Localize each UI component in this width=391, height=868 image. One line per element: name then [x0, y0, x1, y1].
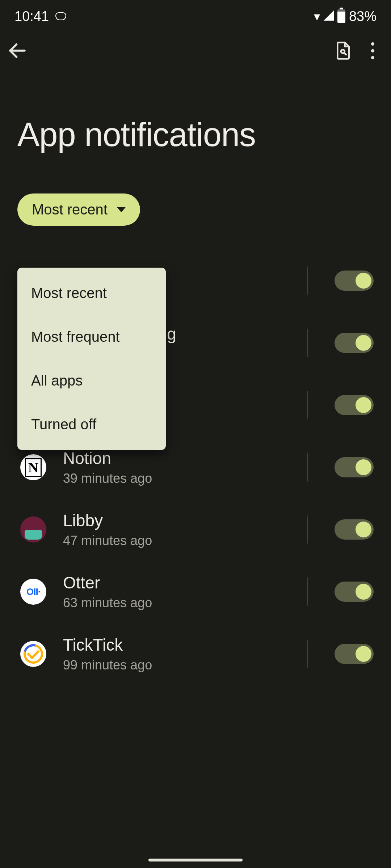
list-item[interactable]: Libby 47 minutes ago	[0, 498, 391, 561]
app-icon-libby	[20, 516, 46, 542]
app-icon-ticktick	[20, 641, 46, 667]
chevron-down-icon	[117, 207, 126, 212]
filter-option-turned-off[interactable]: Turned off	[17, 403, 166, 446]
search-in-page-button[interactable]	[333, 41, 353, 60]
notification-toggle[interactable]	[335, 271, 374, 291]
toolbar	[0, 33, 391, 69]
battery-icon	[337, 9, 345, 23]
divider	[307, 453, 308, 481]
app-name-label: Notion	[63, 448, 290, 468]
status-time: 10:41	[14, 9, 49, 24]
notification-toggle[interactable]	[335, 519, 374, 540]
cast-icon	[55, 12, 66, 20]
app-name-label: Otter	[63, 573, 290, 592]
divider	[307, 640, 308, 668]
notification-toggle[interactable]	[335, 582, 374, 602]
app-icon-notion: N	[20, 454, 46, 480]
app-name-label: Libby	[63, 511, 290, 530]
notification-toggle[interactable]	[335, 457, 374, 477]
divider	[307, 515, 308, 544]
wifi-icon: ▾	[314, 10, 320, 22]
app-time-label: 39 minutes ago	[63, 471, 290, 486]
battery-percent: 83%	[349, 9, 377, 24]
filter-selected-label: Most recent	[32, 201, 108, 218]
page-title: App notifications	[0, 69, 391, 193]
app-time-label: 47 minutes ago	[63, 533, 290, 548]
list-item[interactable]: OII· Otter 63 minutes ago	[0, 561, 391, 623]
filter-dropdown-button[interactable]: Most recent	[17, 193, 140, 226]
notification-toggle[interactable]	[335, 333, 374, 353]
overflow-menu-button[interactable]	[368, 40, 377, 61]
divider	[307, 578, 308, 606]
filter-option-most-recent[interactable]: Most recent	[17, 271, 166, 315]
divider	[307, 329, 308, 357]
app-time-label: 99 minutes ago	[63, 658, 290, 673]
filter-option-all-apps[interactable]: All apps	[17, 359, 166, 403]
filter-dropdown-menu: Most recent Most frequent All apps Turne…	[17, 268, 166, 450]
notification-toggle[interactable]	[335, 395, 374, 415]
back-button[interactable]	[7, 40, 28, 61]
cell-signal-icon	[324, 10, 334, 21]
divider	[307, 391, 308, 419]
app-icon-otter: OII·	[20, 579, 46, 605]
svg-line-2	[344, 53, 346, 55]
divider	[307, 267, 308, 295]
list-item[interactable]: TickTick 99 minutes ago	[0, 623, 391, 685]
notification-toggle[interactable]	[335, 644, 374, 664]
gesture-nav-bar[interactable]	[148, 859, 243, 861]
app-time-label: 63 minutes ago	[63, 595, 290, 610]
status-bar: 10:41 ▾ 83%	[0, 0, 391, 33]
app-name-label: TickTick	[63, 635, 290, 655]
filter-option-most-frequent[interactable]: Most frequent	[17, 315, 166, 359]
